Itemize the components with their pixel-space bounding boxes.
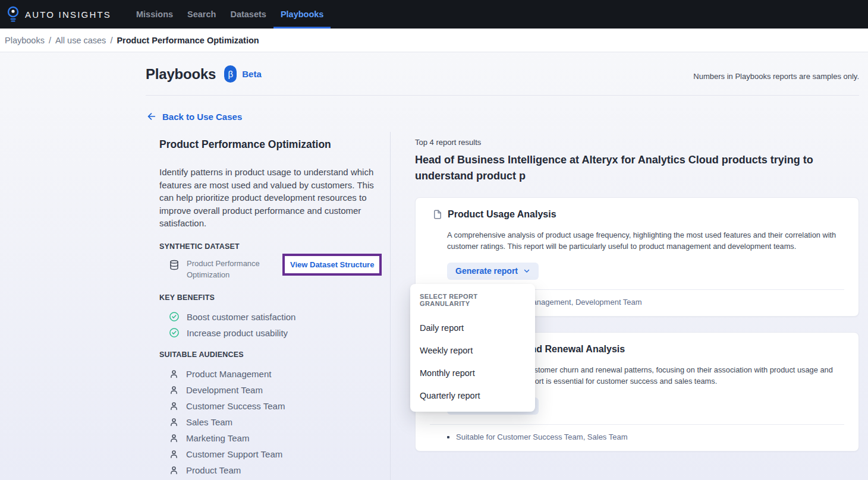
check-circle-icon: [169, 327, 180, 338]
dropdown-options: Daily report Weekly report Monthly repor…: [410, 317, 535, 407]
audience-item: Sales Team: [159, 414, 375, 430]
dropdown-option[interactable]: Daily report: [410, 317, 535, 339]
audience-item: Customer Support Team: [159, 446, 375, 462]
document-icon: [432, 209, 443, 220]
playbooks-page: AUTO INSIGHTS Missions Search Datasets P…: [0, 0, 868, 480]
app-logo[interactable]: [5, 0, 25, 29]
audience-label: Product Management: [186, 369, 271, 379]
breadcrumb-separator: /: [110, 36, 112, 45]
person-icon: [169, 465, 179, 475]
person-icon: [169, 369, 179, 379]
report-card-description: A comprehensive analysis of product usag…: [447, 230, 844, 252]
audience-label: Development Team: [186, 385, 263, 395]
nav-item[interactable]: Search: [180, 0, 223, 29]
back-link-label: Back to Use Cases: [162, 112, 242, 122]
dataset-section-label: SYNTHETIC DATASET: [159, 242, 375, 251]
top-nav: AUTO INSIGHTS Missions Search Datasets P…: [0, 0, 868, 29]
audiences-section-label: SUITABLE AUDIENCES: [159, 350, 375, 359]
benefit-item: Boost customer satisfaction: [159, 309, 375, 325]
breadcrumb-separator: /: [49, 36, 51, 45]
person-icon: [169, 433, 179, 443]
dropdown-option[interactable]: Weekly report: [410, 339, 535, 362]
use-case-panel: Product Performance Optimization Identif…: [159, 138, 375, 478]
breadcrumb-link-all-use-cases[interactable]: All use cases: [55, 36, 106, 45]
beta-label: Beta: [242, 69, 262, 79]
report-card-header: Product Usage Analysis: [416, 209, 858, 220]
nav-item[interactable]: Missions: [129, 0, 180, 29]
results-count-label: Top 4 report results: [415, 138, 859, 147]
header-divider: [146, 95, 859, 96]
benefit-label: Increase product usability: [187, 328, 288, 338]
bullet-icon: [447, 436, 449, 438]
nav-items: Missions Search Datasets: [129, 0, 273, 29]
audience-item: Development Team: [159, 382, 375, 398]
suitable-for-label: Suitable for Customer Success Team, Sale…: [456, 432, 628, 441]
audience-item: Product Management: [159, 366, 375, 382]
dropdown-header-label: SELECT REPORT GRANULARITY: [410, 293, 535, 307]
person-icon: [169, 449, 179, 459]
dropdown-option[interactable]: Quarterly report: [410, 384, 535, 407]
view-dataset-structure-button[interactable]: View Dataset Structure: [282, 254, 382, 276]
breadcrumb: Playbooks / All use cases / Product Perf…: [0, 29, 868, 52]
benefit-item: Increase product usability: [159, 325, 375, 341]
audience-item: Customer Success Team: [159, 398, 375, 414]
dataset-name: Product Performance Optimization: [187, 258, 265, 280]
page-header: Playbooks β Beta: [146, 65, 262, 83]
use-case-description: Identify patterns in product usage to un…: [159, 166, 375, 230]
back-to-use-cases-link[interactable]: Back to Use Cases: [146, 111, 242, 122]
report-granularity-dropdown: SELECT REPORT GRANULARITY Daily report W…: [410, 284, 535, 412]
card-divider: [430, 424, 844, 425]
audiences-list: Product Management Development Team: [159, 366, 375, 478]
benefits-section-label: KEY BENEFITS: [159, 293, 375, 302]
audience-label: Customer Success Team: [186, 401, 285, 411]
report-card-title: Product Usage Analysis: [448, 209, 556, 220]
column-divider: [390, 132, 391, 480]
audience-item: Marketing Team: [159, 430, 375, 446]
brand-name: AUTO INSIGHTS: [25, 0, 111, 29]
audience-item: Product Team: [159, 462, 375, 478]
chevron-down-icon: [523, 267, 530, 274]
dropdown-option[interactable]: Monthly report: [410, 362, 535, 384]
query-title: Head of Business Intelligence at Alteryx…: [415, 152, 843, 184]
check-circle-icon: [169, 311, 180, 322]
person-icon: [169, 385, 179, 395]
nav-item[interactable]: Datasets: [223, 0, 273, 29]
suitable-for-row: Suitable for Customer Success Team, Sale…: [447, 432, 844, 441]
person-icon: [169, 417, 179, 427]
database-icon: [169, 258, 180, 271]
beta-badge-icon: β: [224, 65, 237, 83]
benefits-list: Boost customer satisfaction Increase pro…: [159, 309, 375, 341]
use-case-title: Product Performance Optimization: [159, 138, 375, 151]
audience-label: Product Team: [186, 465, 241, 475]
breadcrumb-link-playbooks[interactable]: Playbooks: [5, 36, 45, 45]
samples-note: Numbers in Playbooks reports are samples…: [693, 72, 859, 81]
arrow-left-icon: [146, 111, 156, 122]
lightbulb-icon: [6, 5, 20, 24]
page-title: Playbooks: [146, 66, 216, 83]
audience-label: Sales Team: [186, 417, 232, 427]
generate-report-label: Generate report: [455, 266, 518, 276]
nav-item-playbooks[interactable]: Playbooks: [273, 0, 331, 29]
breadcrumb-current: Product Performance Optimization: [117, 36, 259, 45]
person-icon: [169, 401, 179, 411]
generate-report-button[interactable]: Generate report: [447, 263, 539, 280]
audience-label: Customer Support Team: [186, 449, 282, 459]
benefit-label: Boost customer satisfaction: [187, 312, 295, 322]
audience-label: Marketing Team: [186, 433, 249, 443]
